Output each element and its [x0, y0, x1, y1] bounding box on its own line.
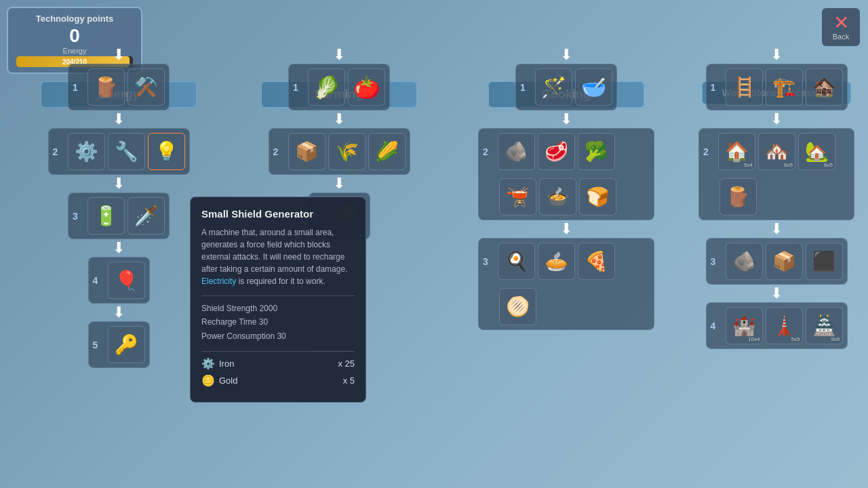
- energy-t2-item-3[interactable]: 💡: [148, 133, 185, 170]
- farming-tier-1-num: 1: [293, 82, 302, 93]
- arrow-farming-1: ⬇: [333, 47, 345, 62]
- ws-tier-3: 3 🪨 📦 ⬛: [706, 238, 848, 285]
- energy-column: Energy ⬇ 1 🪵 ⚒️ ⬇ 2 ⚙️ 🔧 💡 ⬇ 3 🔋 🗡️ ⬇ 4 …: [20, 41, 217, 368]
- ws-t3-item-2[interactable]: 📦: [766, 243, 803, 280]
- cooking-t3-item-1[interactable]: 🍳: [498, 243, 535, 280]
- farming-tier-2: 2 📦 🌾 🌽: [269, 128, 410, 175]
- arrow-energy-4: ⬇: [113, 241, 125, 256]
- ws-t1-item-3[interactable]: 🏚️: [806, 68, 843, 106]
- arrow-energy-1: ⬇: [113, 47, 125, 62]
- energy-t5-item-1[interactable]: 🔑: [108, 326, 145, 363]
- farming-t2-item-3[interactable]: 🌽: [368, 133, 406, 170]
- arrow-energy-5: ⬇: [113, 305, 125, 320]
- cooking-tier-1-num: 1: [520, 82, 530, 93]
- tooltip-desc-suffix: is required for it to work.: [236, 277, 325, 286]
- cooking-tier-3: 3 🍳 🥧 🍕 🫓: [478, 238, 654, 330]
- cooking-t2-item-4[interactable]: 🫕: [499, 178, 536, 216]
- arrow-energy-2: ⬇: [113, 112, 125, 127]
- arrow-ws-3: ⬇: [770, 222, 783, 237]
- energy-t2-item-2[interactable]: 🔧: [108, 133, 145, 170]
- woodstone-column: Wood/Stone Processing ⬇ 1 🪜 🏗️ 🏚️ ⬇ 2 🏠5…: [692, 41, 861, 349]
- energy-tier-5-num: 5: [93, 340, 102, 350]
- energy-t1-item-2[interactable]: ⚒️: [127, 68, 165, 106]
- farming-tier-2-num: 2: [273, 146, 283, 157]
- energy-tier-2-num: 2: [53, 146, 62, 157]
- farming-t1-item-1[interactable]: 🥬: [308, 68, 345, 106]
- cooking-t1-item-1[interactable]: 🪄: [535, 68, 572, 106]
- arrow-cooking-3: ⬇: [560, 222, 572, 237]
- tooltip-divider-1: [201, 296, 355, 296]
- farming-t1-item-2[interactable]: 🍅: [348, 68, 385, 106]
- ws-tier-3-num: 3: [711, 256, 720, 267]
- cooking-tier-2: 2 🪨 🥩 🥦 🫕 🍲 🍞: [478, 128, 654, 220]
- stat-recharge: Recharge Time 30: [201, 315, 355, 329]
- arrow-farming-2: ⬇: [333, 112, 345, 127]
- iron-icon: ⚙️: [201, 357, 215, 370]
- tooltip-desc-text: A machine that, around a small area, gen…: [201, 228, 347, 274]
- cooking-t2-item-2[interactable]: 🥩: [538, 133, 575, 170]
- ws-t3-item-3[interactable]: ⬛: [806, 243, 843, 280]
- ws-t2-item-4[interactable]: 🪵: [719, 178, 757, 216]
- cooking-t3-item-3[interactable]: 🍕: [578, 243, 615, 280]
- energy-t3-item-2[interactable]: 🗡️: [127, 197, 165, 235]
- gold-icon: 🪙: [201, 374, 215, 387]
- ws-t1-item-2[interactable]: 🏗️: [766, 68, 803, 106]
- ws-tier-1: 1 🪜 🏗️ 🏚️: [706, 64, 848, 110]
- cooking-column: Cooking ⬇ 1 🪄 🥣 ⬇ 2 🪨 🥩 🥦 🫕 🍲 🍞 ⬇ 3 🍳 🥧 …: [468, 41, 665, 330]
- ws-t2-item-1[interactable]: 🏠5x4: [718, 133, 755, 170]
- energy-tier-1: 1 🪵 ⚒️: [68, 64, 170, 110]
- energy-tier-2: 2 ⚙️ 🔧 💡: [48, 128, 190, 175]
- ws-t4-item-1[interactable]: 🏰10x4: [726, 307, 763, 344]
- ws-tier-4-num: 4: [711, 321, 720, 331]
- arrow-cooking-1: ⬇: [560, 47, 572, 62]
- arrow-ws-1: ⬇: [770, 47, 783, 62]
- arrow-cooking-2: ⬇: [560, 112, 572, 127]
- farming-t2-item-1[interactable]: 📦: [288, 133, 326, 170]
- gold-label: Gold: [219, 375, 343, 386]
- cooking-tier-3-num: 3: [483, 256, 492, 267]
- energy-t1-item-1[interactable]: 🪵: [87, 68, 125, 106]
- energy-tier-4: 4 🎈: [88, 257, 150, 304]
- arrow-farming-3: ⬇: [333, 176, 345, 191]
- tooltip-stats: Shield Strength 2000 Recharge Time 30 Po…: [201, 302, 355, 343]
- arrow-energy-3: ⬇: [113, 176, 125, 191]
- ws-t3-item-1[interactable]: 🪨: [726, 243, 763, 280]
- back-label: Back: [833, 33, 849, 41]
- energy-t4-item-1[interactable]: 🎈: [108, 262, 145, 299]
- stat-power: Power Consumption 30: [201, 329, 355, 343]
- cooking-t2-item-5[interactable]: 🍲: [539, 178, 576, 216]
- tech-points-title: Technology points: [16, 14, 133, 24]
- cooking-t2-item-1[interactable]: 🪨: [498, 133, 535, 170]
- ws-tier-4: 4 🏰10x4 🗼5x9 🏯9x6: [706, 302, 848, 349]
- cooking-tier-1: 1 🪄 🥣: [515, 64, 617, 110]
- tooltip-popup: Small Shield Generator A machine that, a…: [190, 197, 366, 403]
- energy-tier-5: 5 🔑: [88, 321, 150, 368]
- energy-t2-item-1[interactable]: ⚙️: [68, 133, 105, 170]
- cooking-tier-2-num: 2: [483, 146, 492, 157]
- tooltip-resource-gold: 🪙 Gold x 5: [201, 374, 355, 387]
- cooking-t3-item-2[interactable]: 🥧: [538, 243, 575, 280]
- ws-tier-2-num: 2: [703, 146, 713, 157]
- cooking-t2-item-6[interactable]: 🍞: [579, 178, 616, 216]
- energy-t3-item-1[interactable]: 🔋: [87, 197, 125, 235]
- ws-t4-item-2[interactable]: 🗼5x9: [766, 307, 803, 344]
- farming-t2-item-2[interactable]: 🌾: [328, 133, 366, 170]
- tooltip-resource-iron: ⚙️ Iron x 25: [201, 357, 355, 370]
- cooking-t1-item-2[interactable]: 🥣: [575, 68, 612, 106]
- tooltip-description: A machine that, around a small area, gen…: [201, 226, 355, 287]
- ws-t4-item-3[interactable]: 🏯9x6: [806, 307, 843, 344]
- ws-tier-2: 2 🏠5x4 🏘️6x5 🏡8x5 🪵: [698, 128, 854, 220]
- tooltip-highlight: Electricity: [201, 277, 236, 286]
- cooking-t2-item-3[interactable]: 🥦: [578, 133, 615, 170]
- energy-tier-4-num: 4: [93, 275, 102, 286]
- tooltip-title: Small Shield Generator: [201, 208, 355, 220]
- ws-tier-1-num: 1: [711, 82, 720, 93]
- iron-label: Iron: [219, 359, 338, 369]
- gold-amount: x 5: [343, 375, 355, 386]
- stat-shield: Shield Strength 2000: [201, 302, 355, 315]
- close-icon: ✕: [833, 14, 849, 33]
- ws-t2-item-3[interactable]: 🏡8x5: [798, 133, 835, 170]
- cooking-t3-item-4[interactable]: 🫓: [499, 288, 536, 325]
- ws-t2-item-2[interactable]: 🏘️6x5: [758, 133, 795, 170]
- ws-t1-item-1[interactable]: 🪜: [726, 68, 763, 106]
